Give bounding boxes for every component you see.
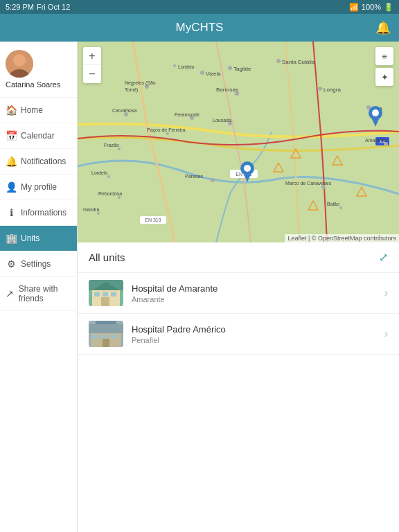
unit-name-hospital1: Hospital de Amarante — [132, 283, 376, 294]
svg-rect-78 — [96, 321, 116, 324]
status-bar: 5:29 PM Fri Oct 12 📶 100% 🔋 — [0, 0, 399, 14]
sidebar: Catarina Soares 🏠 Home 📅 Calendar 🔔 Noti… — [0, 42, 78, 532]
battery-level: 100% — [362, 3, 381, 11]
map-zoom-controls: + − — [83, 47, 101, 83]
sidebar-item-myprofile[interactable]: 👤 My profile — [0, 175, 77, 200]
svg-rect-65 — [94, 292, 100, 296]
unit-location-hospital2: Penafiel — [132, 336, 376, 344]
svg-text:Paredes: Paredes — [185, 174, 204, 179]
svg-point-3 — [15, 55, 24, 65]
svg-point-54 — [244, 165, 251, 172]
sidebar-item-label-calendar: Calendar — [21, 131, 55, 141]
svg-rect-73 — [92, 335, 98, 339]
sidebar-item-informations[interactable]: ℹ Informations — [0, 200, 77, 226]
svg-text:Barrosas: Barrosas — [216, 87, 238, 93]
svg-text:Frazão: Frazão — [104, 143, 119, 148]
units-title: All units — [89, 251, 125, 263]
svg-text:Tagilde: Tagilde — [233, 66, 251, 72]
bell-icon[interactable]: 🔔 — [375, 20, 391, 35]
unit-location-hospital1: Amarante — [132, 295, 376, 303]
share-icon: ↗ — [6, 288, 15, 299]
svg-text:Carvalhosa: Carvalhosa — [112, 108, 137, 113]
unit-chevron-hospital2: › — [384, 328, 388, 340]
unit-info-hospital2: Hospital Padre Américo Penafiel — [132, 324, 376, 344]
svg-point-13 — [173, 64, 176, 67]
unit-item-hospital2[interactable]: Hospital Padre Américo Penafiel › — [78, 314, 399, 355]
app-header: MyCHTS 🔔 — [0, 14, 399, 42]
avatar — [6, 50, 33, 78]
svg-rect-76 — [103, 339, 109, 347]
unit-name-hospital2: Hospital Padre Américo — [132, 324, 376, 335]
svg-rect-68 — [101, 297, 109, 306]
unit-thumbnail-hospital2 — [89, 321, 123, 347]
svg-text:Gandra: Gandra — [83, 207, 99, 212]
sidebar-username: Catarina Soares — [6, 80, 61, 89]
svg-rect-67 — [111, 292, 116, 296]
notifications-icon: 🔔 — [6, 156, 17, 167]
myprofile-icon: 👤 — [6, 181, 17, 193]
svg-point-40 — [107, 175, 110, 178]
svg-text:Freamunde: Freamunde — [175, 112, 200, 117]
svg-text:Santa Eulália: Santa Eulália — [282, 59, 315, 65]
sidebar-profile: Catarina Soares — [0, 42, 77, 98]
sidebar-item-label-myprofile: My profile — [21, 182, 57, 192]
sidebar-item-label-settings: Settings — [21, 259, 51, 269]
unit-chevron-hospital1: › — [384, 287, 388, 299]
unit-item-hospital1[interactable]: Hospital de Amarante Amarante › — [78, 273, 399, 314]
svg-text:Amarante: Amarante — [365, 138, 386, 143]
status-bar-left: 5:29 PM Fri Oct 12 — [6, 3, 70, 11]
svg-text:Marco de Canaveses: Marco de Canaveses — [285, 181, 332, 186]
sidebar-item-settings[interactable]: ⚙ Settings — [0, 251, 77, 277]
svg-text:Lordelo: Lordelo — [178, 64, 194, 69]
map-layers-button[interactable]: ≡ — [375, 47, 393, 65]
svg-rect-66 — [103, 292, 108, 296]
content-area: EN 211 EN 319 A4 Vizela Lordelo Tagilde … — [78, 42, 399, 532]
svg-point-42 — [118, 196, 121, 199]
svg-text:Tomé): Tomé) — [125, 87, 138, 93]
sidebar-item-notifications[interactable]: 🔔 Notifications — [0, 149, 77, 175]
status-time: 5:29 PM — [6, 3, 34, 11]
map-locate-button[interactable]: ✦ — [375, 68, 393, 86]
status-date: Fri Oct 12 — [37, 3, 70, 11]
svg-point-34 — [166, 132, 169, 135]
svg-text:Paços de Ferreira: Paços de Ferreira — [147, 127, 186, 133]
sidebar-item-calendar[interactable]: 📅 Calendar — [0, 123, 77, 149]
svg-rect-75 — [111, 335, 116, 339]
sidebar-item-share[interactable]: ↗ Share with friends — [0, 277, 77, 311]
map-container: EN 211 EN 319 A4 Vizela Lordelo Tagilde … — [78, 42, 399, 242]
status-bar-right: 📶 100% 🔋 — [349, 3, 393, 12]
zoom-out-button[interactable]: − — [83, 65, 101, 83]
svg-point-38 — [118, 148, 121, 150]
units-list: Hospital de Amarante Amarante › Hospital… — [78, 273, 399, 355]
svg-text:Longra: Longra — [323, 87, 341, 93]
battery-icon: 🔋 — [384, 3, 393, 12]
wifi-icon: 📶 — [349, 3, 359, 12]
svg-point-11 — [200, 71, 204, 75]
sidebar-item-label-units: Units — [21, 233, 39, 243]
sidebar-item-home[interactable]: 🏠 Home — [0, 98, 77, 123]
svg-point-17 — [276, 59, 281, 63]
map-attribution: Leaflet | © OpenStreetMap contributors — [285, 234, 399, 242]
svg-rect-74 — [101, 335, 107, 339]
sidebar-item-label-share: Share with friends — [19, 284, 71, 303]
home-icon: 🏠 — [6, 105, 17, 116]
svg-point-24 — [318, 87, 322, 91]
svg-text:EN 319: EN 319 — [145, 218, 161, 222]
zoom-in-button[interactable]: + — [83, 47, 101, 65]
sidebar-item-label-informations: Informations — [21, 208, 66, 218]
app-title: MyCHTS — [176, 21, 224, 35]
svg-point-46 — [339, 206, 342, 209]
main-layout: Catarina Soares 🏠 Home 📅 Calendar 🔔 Noti… — [0, 42, 399, 532]
calendar-icon: 📅 — [6, 130, 17, 141]
units-panel: All units ⤢ Hospital de Amarante Amar — [78, 242, 399, 532]
svg-text:Lordelo: Lordelo — [91, 170, 107, 175]
units-icon: 🏢 — [6, 233, 17, 244]
expand-icon[interactable]: ⤢ — [379, 251, 388, 264]
svg-point-57 — [372, 109, 379, 116]
informations-icon: ℹ — [6, 207, 17, 218]
svg-rect-77 — [89, 324, 123, 333]
sidebar-item-units[interactable]: 🏢 Units — [0, 226, 77, 251]
sidebar-nav: 🏠 Home 📅 Calendar 🔔 Notifications 👤 My p… — [0, 98, 77, 532]
unit-thumbnail-hospital1 — [89, 280, 123, 306]
units-header: All units ⤢ — [78, 242, 399, 273]
